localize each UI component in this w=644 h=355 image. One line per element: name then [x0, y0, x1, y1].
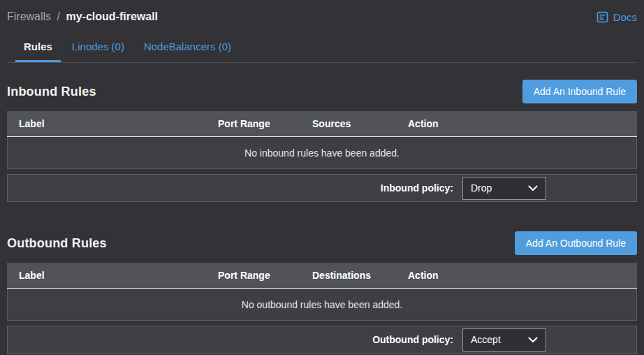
outbound-section-header: Outbound Rules Add An Outbound Rule [7, 231, 637, 255]
docs-link[interactable]: Docs [597, 11, 637, 23]
chevron-down-icon [528, 185, 538, 191]
breadcrumb-separator: / [54, 10, 63, 22]
inbound-policy-select[interactable]: Drop [462, 177, 546, 200]
inbound-col-action: Action [408, 118, 637, 129]
tab-bar: Rules Linodes (0) NodeBalancers (0) [7, 34, 637, 63]
outbound-policy-select[interactable]: Accept [462, 328, 546, 352]
inbound-col-sources: Sources [312, 118, 408, 129]
outbound-rules-table: Label Port Range Destinations Action No … [7, 263, 637, 321]
inbound-rules-table: Label Port Range Sources Action No inbou… [7, 111, 637, 169]
outbound-rules-title: Outbound Rules [7, 236, 107, 251]
outbound-policy-value: Accept [471, 334, 501, 345]
outbound-col-port-range: Port Range [218, 270, 312, 281]
tab-nodebalancers[interactable]: NodeBalancers (0) [136, 34, 240, 62]
outbound-table-header: Label Port Range Destinations Action [7, 263, 637, 289]
docs-link-label: Docs [613, 11, 637, 23]
breadcrumb-current-firewall: my-cloud-firewall [66, 10, 158, 22]
outbound-col-action: Action [408, 270, 637, 281]
add-inbound-rule-button[interactable]: Add An Inbound Rule [522, 80, 637, 103]
add-outbound-rule-button[interactable]: Add An Outbound Rule [515, 231, 637, 255]
inbound-rules-title: Inbound Rules [7, 85, 96, 99]
outbound-empty-state: No outbound rules have been added. [8, 289, 636, 320]
outbound-policy-label: Outbound policy: [372, 334, 453, 345]
outbound-policy-row: Outbound policy: Accept [7, 326, 637, 354]
chevron-down-icon [528, 337, 538, 343]
inbound-empty-state: No inbound rules have been added. [8, 137, 636, 168]
inbound-table-header: Label Port Range Sources Action [7, 111, 637, 137]
topbar: Firewalls / my-cloud-firewall Docs [7, 0, 637, 27]
breadcrumb-firewalls-link[interactable]: Firewalls [7, 10, 51, 22]
inbound-col-port-range: Port Range [218, 118, 312, 129]
inbound-policy-row: Inbound policy: Drop [7, 174, 637, 202]
inbound-section-header: Inbound Rules Add An Inbound Rule [7, 80, 637, 103]
inbound-col-label: Label [19, 118, 218, 129]
inbound-policy-value: Drop [471, 182, 492, 194]
tab-rules[interactable]: Rules [15, 34, 61, 62]
outbound-col-destinations: Destinations [312, 270, 408, 281]
outbound-rules-section: Outbound Rules Add An Outbound Rule Labe… [7, 231, 637, 354]
docs-icon [597, 11, 608, 23]
tab-linodes[interactable]: Linodes (0) [64, 34, 133, 62]
inbound-rules-section: Inbound Rules Add An Inbound Rule Label … [7, 80, 637, 202]
firewall-detail-page: Firewalls / my-cloud-firewall Docs Rules… [0, 0, 644, 355]
inbound-policy-label: Inbound policy: [381, 182, 453, 194]
breadcrumb: Firewalls / my-cloud-firewall [7, 10, 158, 23]
outbound-col-label: Label [19, 270, 218, 281]
